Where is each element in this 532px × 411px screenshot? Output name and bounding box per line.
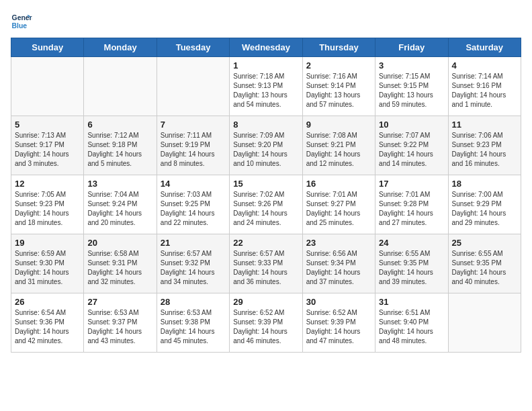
calendar-day-cell: 30Sunrise: 6:52 AM Sunset: 9:39 PM Dayli… (302, 293, 375, 353)
day-number: 20 (87, 238, 152, 248)
calendar-day-cell: 17Sunrise: 7:01 AM Sunset: 9:28 PM Dayli… (375, 175, 448, 234)
calendar-day-cell (11, 57, 84, 116)
day-number: 1 (233, 60, 298, 71)
day-number: 15 (233, 179, 298, 189)
calendar-day-cell: 23Sunrise: 6:56 AM Sunset: 9:34 PM Dayli… (302, 234, 375, 293)
day-number: 21 (161, 238, 226, 248)
day-info: Sunrise: 6:55 AM Sunset: 9:35 PM Dayligh… (379, 249, 444, 287)
day-info: Sunrise: 7:00 AM Sunset: 9:29 PM Dayligh… (452, 190, 517, 228)
day-number: 17 (379, 179, 444, 189)
day-number: 4 (452, 60, 517, 71)
day-info: Sunrise: 6:53 AM Sunset: 9:38 PM Dayligh… (161, 308, 226, 346)
calendar-day-cell: 28Sunrise: 6:53 AM Sunset: 9:38 PM Dayli… (157, 293, 229, 353)
day-number: 3 (379, 60, 444, 71)
day-info: Sunrise: 6:57 AM Sunset: 9:33 PM Dayligh… (233, 249, 298, 287)
calendar-day-cell (157, 57, 229, 116)
calendar-week-row: 5Sunrise: 7:13 AM Sunset: 9:17 PM Daylig… (11, 116, 521, 175)
page-header: General Blue (11, 11, 521, 32)
calendar-day-cell: 19Sunrise: 6:59 AM Sunset: 9:30 PM Dayli… (11, 234, 84, 293)
weekday-header: Saturday (448, 38, 521, 57)
calendar-week-row: 12Sunrise: 7:05 AM Sunset: 9:23 PM Dayli… (11, 175, 521, 234)
day-number: 16 (306, 179, 371, 189)
calendar-day-cell: 20Sunrise: 6:58 AM Sunset: 9:31 PM Dayli… (84, 234, 157, 293)
calendar-header: SundayMondayTuesdayWednesdayThursdayFrid… (11, 38, 521, 57)
day-number: 31 (379, 297, 444, 307)
weekday-header: Sunday (11, 38, 84, 57)
calendar-day-cell (84, 57, 157, 116)
calendar-week-row: 1Sunrise: 7:18 AM Sunset: 9:13 PM Daylig… (11, 57, 521, 116)
logo-icon: General Blue (11, 11, 32, 32)
day-number: 10 (379, 120, 444, 130)
day-info: Sunrise: 7:08 AM Sunset: 9:21 PM Dayligh… (306, 131, 371, 169)
day-number: 6 (87, 120, 152, 130)
weekday-header: Tuesday (157, 38, 229, 57)
calendar-day-cell (448, 293, 521, 353)
calendar-day-cell: 11Sunrise: 7:06 AM Sunset: 9:23 PM Dayli… (448, 116, 521, 175)
day-number: 19 (15, 238, 80, 248)
day-number: 29 (233, 297, 298, 307)
day-info: Sunrise: 7:03 AM Sunset: 9:25 PM Dayligh… (161, 190, 226, 228)
day-info: Sunrise: 7:13 AM Sunset: 9:17 PM Dayligh… (15, 131, 80, 169)
day-info: Sunrise: 6:58 AM Sunset: 9:31 PM Dayligh… (87, 249, 152, 287)
day-number: 12 (15, 179, 80, 189)
calendar-day-cell: 1Sunrise: 7:18 AM Sunset: 9:13 PM Daylig… (230, 57, 302, 116)
day-info: Sunrise: 7:15 AM Sunset: 9:15 PM Dayligh… (379, 72, 444, 109)
calendar-day-cell: 6Sunrise: 7:12 AM Sunset: 9:18 PM Daylig… (84, 116, 157, 175)
day-info: Sunrise: 6:57 AM Sunset: 9:32 PM Dayligh… (161, 249, 226, 287)
day-info: Sunrise: 7:05 AM Sunset: 9:23 PM Dayligh… (15, 190, 80, 228)
day-info: Sunrise: 7:06 AM Sunset: 9:23 PM Dayligh… (452, 131, 517, 169)
calendar-table: SundayMondayTuesdayWednesdayThursdayFrid… (11, 38, 521, 353)
day-number: 5 (15, 120, 80, 130)
calendar-day-cell: 4Sunrise: 7:14 AM Sunset: 9:16 PM Daylig… (448, 57, 521, 116)
day-info: Sunrise: 7:09 AM Sunset: 9:20 PM Dayligh… (233, 131, 298, 169)
calendar-day-cell: 15Sunrise: 7:02 AM Sunset: 9:26 PM Dayli… (230, 175, 302, 234)
calendar-day-cell: 18Sunrise: 7:00 AM Sunset: 9:29 PM Dayli… (448, 175, 521, 234)
calendar-day-cell: 5Sunrise: 7:13 AM Sunset: 9:17 PM Daylig… (11, 116, 84, 175)
day-number: 27 (87, 297, 152, 307)
day-number: 22 (233, 238, 298, 248)
weekday-header: Monday (84, 38, 157, 57)
day-number: 9 (306, 120, 371, 130)
calendar-week-row: 19Sunrise: 6:59 AM Sunset: 9:30 PM Dayli… (11, 234, 521, 293)
day-number: 26 (15, 297, 80, 307)
day-number: 28 (161, 297, 226, 307)
day-info: Sunrise: 6:53 AM Sunset: 9:37 PM Dayligh… (87, 308, 152, 346)
day-number: 14 (161, 179, 226, 189)
day-info: Sunrise: 6:54 AM Sunset: 9:36 PM Dayligh… (15, 308, 80, 346)
calendar-day-cell: 24Sunrise: 6:55 AM Sunset: 9:35 PM Dayli… (375, 234, 448, 293)
calendar-day-cell: 14Sunrise: 7:03 AM Sunset: 9:25 PM Dayli… (157, 175, 229, 234)
weekday-header: Wednesday (230, 38, 302, 57)
day-info: Sunrise: 7:14 AM Sunset: 9:16 PM Dayligh… (452, 72, 517, 109)
weekday-header: Thursday (302, 38, 375, 57)
calendar-day-cell: 31Sunrise: 6:51 AM Sunset: 9:40 PM Dayli… (375, 293, 448, 353)
day-number: 13 (87, 179, 152, 189)
day-info: Sunrise: 7:01 AM Sunset: 9:27 PM Dayligh… (306, 190, 371, 228)
calendar-day-cell: 27Sunrise: 6:53 AM Sunset: 9:37 PM Dayli… (84, 293, 157, 353)
calendar-day-cell: 13Sunrise: 7:04 AM Sunset: 9:24 PM Dayli… (84, 175, 157, 234)
calendar-day-cell: 22Sunrise: 6:57 AM Sunset: 9:33 PM Dayli… (230, 234, 302, 293)
day-number: 18 (452, 179, 517, 189)
day-info: Sunrise: 6:59 AM Sunset: 9:30 PM Dayligh… (15, 249, 80, 287)
day-info: Sunrise: 7:12 AM Sunset: 9:18 PM Dayligh… (87, 131, 152, 169)
svg-text:Blue: Blue (12, 22, 28, 30)
calendar-day-cell: 7Sunrise: 7:11 AM Sunset: 9:19 PM Daylig… (157, 116, 229, 175)
weekday-header: Friday (375, 38, 448, 57)
day-info: Sunrise: 6:56 AM Sunset: 9:34 PM Dayligh… (306, 249, 371, 287)
day-info: Sunrise: 7:04 AM Sunset: 9:24 PM Dayligh… (87, 190, 152, 228)
day-info: Sunrise: 6:55 AM Sunset: 9:35 PM Dayligh… (452, 249, 517, 287)
calendar-day-cell: 8Sunrise: 7:09 AM Sunset: 9:20 PM Daylig… (230, 116, 302, 175)
day-info: Sunrise: 7:18 AM Sunset: 9:13 PM Dayligh… (233, 72, 298, 109)
logo: General Blue (11, 11, 35, 32)
calendar-day-cell: 3Sunrise: 7:15 AM Sunset: 9:15 PM Daylig… (375, 57, 448, 116)
day-number: 23 (306, 238, 371, 248)
day-number: 2 (306, 60, 371, 71)
day-info: Sunrise: 7:01 AM Sunset: 9:28 PM Dayligh… (379, 190, 444, 228)
calendar-body: 1Sunrise: 7:18 AM Sunset: 9:13 PM Daylig… (11, 57, 521, 353)
day-info: Sunrise: 7:16 AM Sunset: 9:14 PM Dayligh… (306, 72, 371, 109)
day-info: Sunrise: 6:52 AM Sunset: 9:39 PM Dayligh… (306, 308, 371, 346)
day-info: Sunrise: 6:51 AM Sunset: 9:40 PM Dayligh… (379, 308, 444, 346)
calendar-day-cell: 12Sunrise: 7:05 AM Sunset: 9:23 PM Dayli… (11, 175, 84, 234)
calendar-week-row: 26Sunrise: 6:54 AM Sunset: 9:36 PM Dayli… (11, 293, 521, 353)
calendar-day-cell: 29Sunrise: 6:52 AM Sunset: 9:39 PM Dayli… (230, 293, 302, 353)
day-info: Sunrise: 7:02 AM Sunset: 9:26 PM Dayligh… (233, 190, 298, 228)
